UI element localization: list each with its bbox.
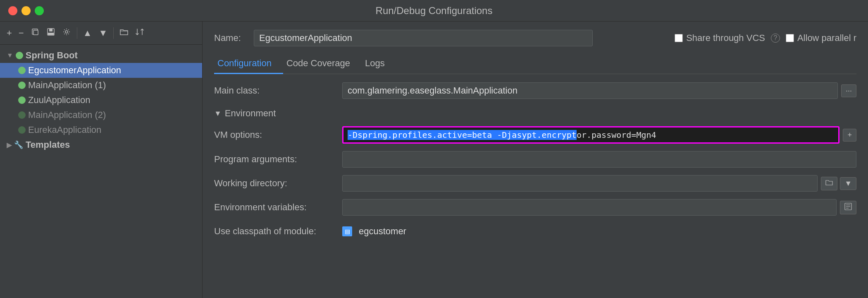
env-vars-actions [840, 201, 856, 214]
toolbar-separator [77, 27, 77, 39]
vm-options-add-button[interactable]: + [843, 129, 856, 142]
vm-options-rest-text: or.password=Mgn4 [577, 130, 656, 140]
right-panel: Name: Share through VCS ? Allow parallel… [203, 22, 868, 298]
tree-label-eureka: EurekaApplication [28, 125, 101, 135]
close-button[interactable] [8, 6, 17, 15]
copy-config-button[interactable] [29, 26, 41, 40]
gear-icon [62, 27, 71, 36]
tree-item-egcustomer[interactable]: EgcustomerApplication [0, 63, 202, 78]
main-class-browse-button[interactable]: ··· [841, 84, 856, 97]
tab-code-coverage[interactable]: Code Coverage [283, 54, 362, 74]
main-layout: + − ▲ [0, 22, 868, 298]
program-args-label: Program arguments: [214, 154, 342, 165]
tree-item-mainapplication2[interactable]: MainApplication (2) [0, 108, 202, 123]
tree-spring-boot[interactable]: ▼ Spring Boot [0, 48, 202, 63]
templates-label: Templates [26, 139, 70, 150]
vm-options-input[interactable]: -Dspring.profiles.active=beta -Djasypt.e… [342, 126, 839, 144]
move-up-button[interactable]: ▲ [81, 27, 94, 39]
sort-icon [135, 27, 144, 36]
main-class-row: Main class: ··· [214, 82, 856, 99]
classpath-value: egcustomer [359, 226, 406, 237]
env-vars-input[interactable] [342, 199, 837, 216]
maximize-button[interactable] [35, 6, 44, 15]
main-class-label: Main class: [214, 85, 342, 96]
window-title: Run/Debug Configurations [376, 5, 493, 17]
templates-icon: 🔧 [14, 140, 23, 149]
folder-icon [119, 27, 129, 36]
vm-options-row: VM options: -Dspring.profiles.active=bet… [214, 126, 856, 144]
spring-boot-label: Spring Boot [26, 50, 78, 61]
environment-chevron: ▼ [214, 109, 222, 118]
minimize-button[interactable] [21, 6, 31, 15]
tree-item-eureka[interactable]: EurekaApplication [0, 123, 202, 137]
env-vars-row: Environment variables: [214, 199, 856, 216]
vm-options-actions: + [843, 129, 856, 142]
name-input[interactable] [254, 30, 593, 46]
spring-icon-zuul [18, 96, 26, 104]
remove-config-button[interactable]: − [17, 27, 26, 39]
left-panel: + − ▲ [0, 22, 203, 298]
program-args-row: Program arguments: [214, 151, 856, 168]
env-vars-browse-button[interactable] [840, 201, 856, 214]
settings-button[interactable] [60, 26, 73, 40]
save-config-button[interactable] [45, 26, 57, 40]
traffic-lights [8, 6, 44, 15]
add-config-button[interactable]: + [5, 27, 14, 39]
name-label: Name: [214, 33, 247, 43]
working-dir-label: Working directory: [214, 178, 342, 189]
vcs-help-icon[interactable]: ? [771, 34, 780, 43]
working-dir-actions: ▼ [821, 177, 856, 190]
main-class-actions: ··· [841, 84, 856, 97]
classpath-value-container: ▤ egcustomer [342, 226, 406, 237]
spring-icon-main1 [18, 82, 26, 89]
vm-options-label: VM options: [214, 130, 342, 140]
main-class-input[interactable] [342, 82, 838, 99]
expand-chevron: ▼ [7, 52, 13, 59]
environment-header[interactable]: ▼ Environment [214, 106, 856, 120]
tree-label-egcustomer: EgcustomerApplication [28, 65, 121, 76]
working-dir-input[interactable] [342, 175, 818, 192]
tree-item-zuul[interactable]: ZuulApplication [0, 93, 202, 108]
templates-chevron: ▶ [7, 141, 12, 149]
form-section: Main class: ··· ▼ Environment VM options… [214, 82, 856, 290]
spring-icon-egcustomer [18, 67, 26, 74]
allow-parallel-checkbox[interactable] [786, 34, 794, 42]
share-vcs-label: Share through VCS [675, 33, 765, 43]
tab-logs[interactable]: Logs [362, 54, 396, 74]
environment-label: Environment [225, 108, 276, 119]
tab-configuration[interactable]: Configuration [214, 54, 283, 74]
working-dir-row: Working directory: ▼ [214, 175, 856, 192]
tree-item-mainapplication1[interactable]: MainApplication (1) [0, 78, 202, 93]
sort-button[interactable] [134, 26, 146, 40]
svg-rect-4 [48, 33, 54, 35]
allow-parallel-label: Allow parallel r [786, 33, 856, 43]
folder-browse-icon [825, 179, 833, 186]
environment-section: ▼ Environment [214, 106, 856, 120]
copy-icon [31, 27, 40, 36]
share-vcs-checkbox[interactable] [675, 34, 683, 42]
classpath-label: Use classpath of module: [214, 226, 342, 237]
tree-label-main1: MainApplication (1) [28, 80, 106, 91]
name-row: Name: Share through VCS ? Allow parallel… [214, 30, 856, 46]
config-tree: ▼ Spring Boot EgcustomerApplication Main… [0, 45, 202, 298]
svg-rect-1 [33, 30, 38, 35]
env-vars-label: Environment variables: [214, 202, 342, 213]
vm-options-selected-text: -Dspring.profiles.active=beta -Djasypt.e… [348, 130, 577, 140]
working-dir-browse-button[interactable] [821, 177, 837, 190]
tree-label-main2: MainApplication (2) [28, 110, 106, 120]
classpath-row: Use classpath of module: ▤ egcustomer [214, 223, 856, 240]
toolbar-separator-2 [113, 27, 114, 39]
tree-templates[interactable]: ▶ 🔧 Templates [0, 137, 202, 152]
move-down-button[interactable]: ▼ [97, 27, 110, 39]
tree-label-zuul: ZuulApplication [28, 95, 90, 106]
spring-icon-eureka [18, 126, 26, 134]
spring-icon-main2 [18, 111, 26, 119]
toolbar: + − ▲ [0, 22, 202, 45]
folder-button[interactable] [118, 26, 130, 40]
svg-rect-3 [49, 29, 52, 31]
header-right: Share through VCS ? Allow parallel r [675, 33, 856, 43]
working-dir-dropdown-button[interactable]: ▼ [840, 177, 856, 190]
svg-point-5 [65, 31, 68, 33]
save-icon [46, 27, 55, 36]
program-args-input[interactable] [342, 151, 856, 168]
